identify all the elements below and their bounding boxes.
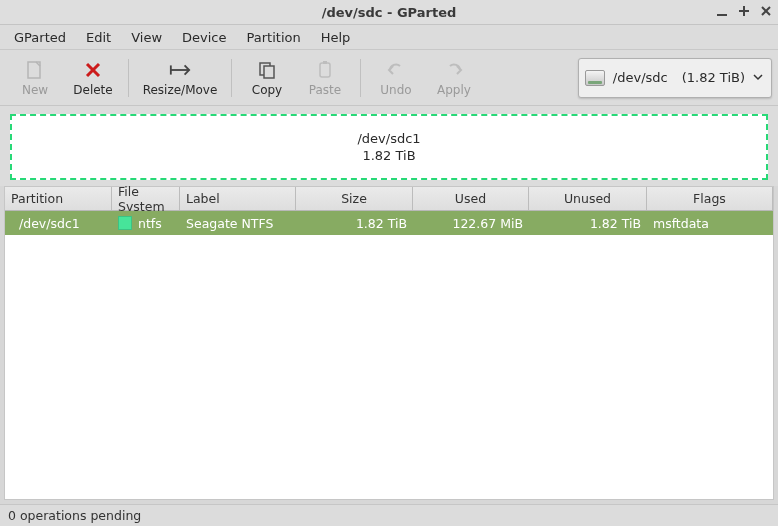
device-name: /dev/sdc	[613, 70, 668, 85]
fs-color-swatch	[118, 216, 132, 230]
menu-help[interactable]: Help	[313, 27, 359, 48]
partition-graph-area: /dev/sdc1 1.82 TiB	[0, 106, 778, 186]
new-label: New	[22, 83, 48, 97]
paste-button[interactable]: Paste	[296, 53, 354, 103]
row-partition-name: /dev/sdc1	[19, 216, 80, 231]
cell-size: 1.82 TiB	[296, 216, 413, 231]
cell-partition: /dev/sdc1	[5, 216, 112, 231]
cell-unused: 1.82 TiB	[529, 216, 647, 231]
partition-table: Partition File System Label Size Used Un…	[4, 186, 774, 500]
svg-rect-11	[264, 66, 274, 78]
minimize-icon[interactable]	[716, 4, 728, 20]
cell-filesystem: ntfs	[112, 216, 180, 231]
copy-icon	[256, 59, 278, 81]
apply-icon	[443, 59, 465, 81]
header-size[interactable]: Size	[296, 187, 413, 210]
undo-icon	[385, 59, 407, 81]
menu-edit[interactable]: Edit	[78, 27, 119, 48]
window-controls	[716, 0, 772, 24]
menubar: GParted Edit View Device Partition Help	[0, 25, 778, 50]
header-label[interactable]: Label	[180, 187, 296, 210]
graph-partition-size: 1.82 TiB	[362, 148, 415, 163]
toolbar-separator	[128, 59, 129, 97]
resize-move-button[interactable]: Resize/Move	[135, 53, 225, 103]
status-text: 0 operations pending	[8, 508, 141, 523]
row-fs: ntfs	[138, 216, 162, 231]
table-body: /dev/sdc1 ntfs Seagate NTFS 1.82 TiB 122…	[5, 211, 773, 499]
apply-button[interactable]: Apply	[425, 53, 483, 103]
graph-partition-name: /dev/sdc1	[357, 131, 420, 146]
table-row[interactable]: /dev/sdc1 ntfs Seagate NTFS 1.82 TiB 122…	[5, 211, 773, 235]
undo-button[interactable]: Undo	[367, 53, 425, 103]
disk-icon	[585, 70, 605, 86]
paste-label: Paste	[309, 83, 341, 97]
maximize-icon[interactable]	[738, 4, 750, 20]
apply-label: Apply	[437, 83, 471, 97]
toolbar-separator	[360, 59, 361, 97]
header-used[interactable]: Used	[413, 187, 529, 210]
resize-icon	[169, 59, 191, 81]
new-button[interactable]: New	[6, 53, 64, 103]
partition-graph[interactable]: /dev/sdc1 1.82 TiB	[10, 114, 768, 180]
menu-view[interactable]: View	[123, 27, 170, 48]
header-unused[interactable]: Unused	[529, 187, 647, 210]
device-size: (1.82 TiB)	[682, 70, 745, 85]
copy-button[interactable]: Copy	[238, 53, 296, 103]
toolbar: New Delete Resize/Move Copy	[0, 50, 778, 106]
close-icon[interactable]	[760, 4, 772, 20]
header-filesystem[interactable]: File System	[112, 187, 180, 210]
delete-icon	[82, 59, 104, 81]
chevron-down-icon	[753, 70, 763, 85]
undo-label: Undo	[380, 83, 411, 97]
copy-label: Copy	[252, 83, 282, 97]
menu-partition[interactable]: Partition	[239, 27, 309, 48]
toolbar-separator	[231, 59, 232, 97]
statusbar: 0 operations pending	[0, 504, 778, 526]
new-icon	[24, 59, 46, 81]
table-header: Partition File System Label Size Used Un…	[5, 187, 773, 211]
cell-label: Seagate NTFS	[180, 216, 296, 231]
svg-rect-12	[320, 63, 330, 77]
menu-gparted[interactable]: GParted	[6, 27, 74, 48]
resize-label: Resize/Move	[143, 83, 218, 97]
header-partition[interactable]: Partition	[5, 187, 112, 210]
delete-button[interactable]: Delete	[64, 53, 122, 103]
cell-flags: msftdata	[647, 216, 773, 231]
paste-icon	[314, 59, 336, 81]
svg-rect-13	[323, 61, 327, 64]
menu-device[interactable]: Device	[174, 27, 234, 48]
titlebar: /dev/sdc - GParted	[0, 0, 778, 25]
delete-label: Delete	[73, 83, 112, 97]
device-selector[interactable]: /dev/sdc (1.82 TiB)	[578, 58, 772, 98]
window-title: /dev/sdc - GParted	[0, 5, 778, 20]
header-flags[interactable]: Flags	[647, 187, 773, 210]
cell-used: 122.67 MiB	[413, 216, 529, 231]
